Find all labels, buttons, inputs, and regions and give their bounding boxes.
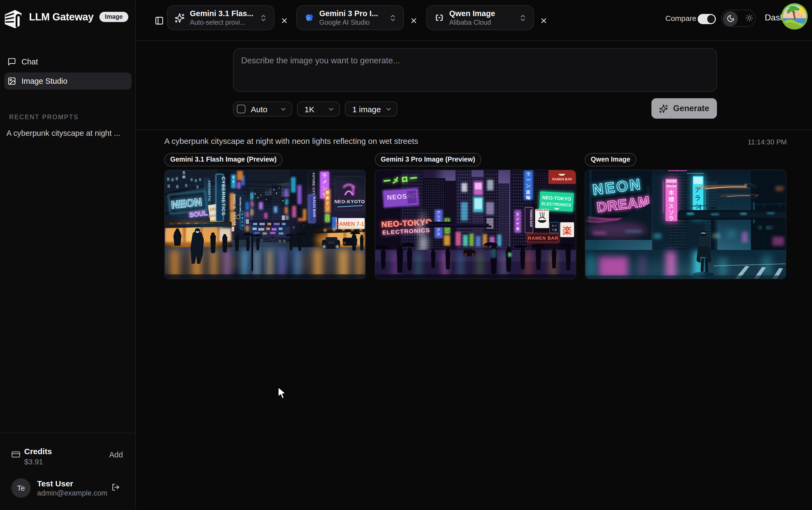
svg-text:ラ: ラ	[526, 172, 530, 176]
svg-text:本: 本	[668, 189, 674, 196]
svg-text:五: 五	[182, 171, 185, 175]
svg-text:積: 積	[668, 196, 674, 202]
svg-text:ネ: ネ	[232, 176, 235, 179]
svg-text:PAMEN BAR: PAMEN BAR	[535, 209, 548, 211]
svg-text:ソ: ソ	[669, 209, 674, 215]
svg-text:PAMEN BAR: PAMEN BAR	[529, 210, 532, 227]
svg-text:座: 座	[516, 227, 519, 231]
svg-text:オ: オ	[232, 180, 235, 183]
svg-text:十: 十	[516, 222, 519, 226]
svg-text:ス: ス	[437, 232, 440, 236]
svg-text:ク: ク	[437, 228, 440, 232]
svg-text:メ: メ	[516, 217, 519, 221]
svg-text:ン: ン	[526, 183, 530, 188]
svg-text:ス: ス	[669, 203, 674, 209]
svg-text:ラ: ラ	[669, 215, 674, 221]
svg-text:RAMEN BAR: RAMEN BAR	[528, 236, 558, 241]
svg-text:リ: リ	[437, 215, 440, 219]
svg-text:十座: 十座	[551, 229, 557, 231]
svg-text:ア: ア	[437, 210, 440, 214]
svg-text:タメ: タメ	[551, 224, 557, 227]
svg-text:ー: ー	[526, 178, 530, 182]
svg-text:販: 販	[526, 190, 530, 194]
svg-text:術: 術	[182, 175, 186, 179]
svg-text:タ: タ	[516, 212, 519, 216]
svg-text:輪: 輪	[526, 195, 530, 200]
svg-text:ラ: ラ	[695, 194, 701, 201]
svg-text:楽: 楽	[562, 225, 572, 235]
svg-text:PREM: PREM	[666, 182, 676, 186]
svg-text:ラ: ラ	[322, 173, 327, 178]
svg-text:バ: バ	[445, 230, 448, 233]
svg-text:RAMEN BAR: RAMEN BAR	[552, 177, 572, 181]
